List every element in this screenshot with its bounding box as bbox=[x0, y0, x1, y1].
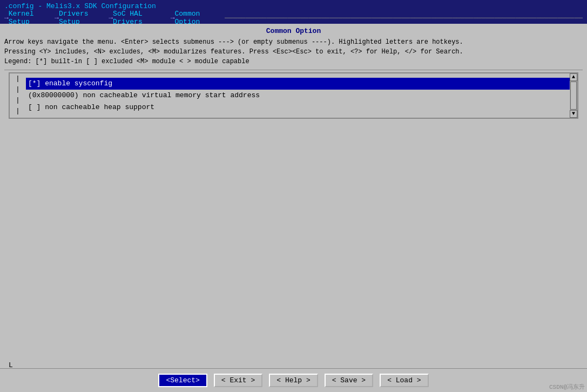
save-button[interactable]: < Save > bbox=[325, 374, 373, 387]
title-text: .config - Melis3.x SDK Configuration bbox=[4, 2, 156, 10]
menu-items-container: [*] enable sysconfig (0x80000000) non ca… bbox=[26, 76, 577, 116]
help-line-3: Legend: [*] built-in [ ] excluded <M> mo… bbox=[4, 57, 583, 66]
bottom-l-indicator: L bbox=[9, 361, 13, 369]
help-text: Arrow keys navigate the menu. <Enter> se… bbox=[0, 36, 587, 67]
breadcrumb-bar: → Kernel Setup → Drivers Setup → SoC HAL… bbox=[0, 12, 587, 24]
menu-item-enable-sysconfig[interactable]: [*] enable sysconfig bbox=[26, 78, 577, 90]
left-tick-4: | bbox=[16, 106, 20, 117]
left-border: | | | | | | | | | | | | | | | | | bbox=[10, 73, 26, 118]
exit-button[interactable]: < Exit > bbox=[214, 374, 262, 387]
menu-area-wrapper: | | | | | | | | | | | | | | | | | bbox=[4, 72, 583, 368]
menu-item-non-cacheable-heap[interactable]: [ ] non cacheable heap support bbox=[26, 102, 577, 113]
help-button[interactable]: < Help > bbox=[269, 374, 318, 387]
watermark: CSDN@冯东升 bbox=[549, 383, 585, 391]
left-tick-3: | bbox=[16, 95, 20, 106]
scroll-down-arrow[interactable]: ▼ bbox=[570, 110, 577, 118]
scroll-thumb[interactable] bbox=[570, 82, 577, 110]
help-line-1: Arrow keys navigate the menu. <Enter> se… bbox=[4, 37, 583, 47]
left-tick-2: | bbox=[16, 84, 20, 95]
separator bbox=[4, 70, 583, 70]
bottom-bar: <Select> < Exit > < Help > < Save > < Lo… bbox=[0, 368, 587, 390]
main-window: .config - Melis3.x SDK Configuration → K… bbox=[0, 0, 587, 392]
scroll-up-arrow[interactable]: ▲ bbox=[570, 73, 577, 81]
load-button[interactable]: < Load > bbox=[380, 374, 428, 387]
breadcrumb-arrow: → bbox=[4, 14, 9, 22]
left-tick-1: | bbox=[16, 73, 20, 84]
menu-title: Common Option bbox=[0, 26, 587, 36]
main-content: Common Option Arrow keys navigate the me… bbox=[0, 24, 587, 392]
select-button[interactable]: <Select> bbox=[158, 374, 207, 387]
menu-item-non-cacheable-virtual[interactable]: (0x80000000) non cacheable virtual memor… bbox=[26, 90, 577, 102]
left-tick-5: | bbox=[16, 117, 20, 119]
scrollbar[interactable]: ▲ ▼ bbox=[570, 73, 577, 118]
menu-area: | | | | | | | | | | | | | | | | | bbox=[9, 72, 578, 119]
help-line-2: Pressing <Y> includes, <N> excludes, <M>… bbox=[4, 47, 583, 57]
